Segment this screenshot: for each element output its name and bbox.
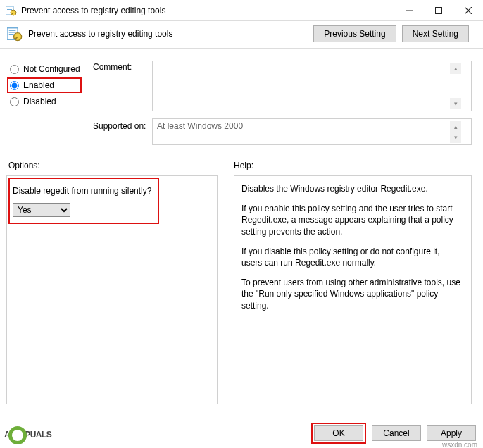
cancel-button[interactable]: Cancel — [372, 425, 421, 441]
options-panel: Disable regedit from running silently? Y… — [6, 175, 218, 404]
supported-label: Supported on: — [93, 121, 146, 131]
window-title: Prevent access to registry editing tools — [21, 6, 394, 15]
silent-option-label: Disable regedit from running silently? — [13, 186, 154, 196]
svg-rect-2 — [7, 9, 12, 10]
source-text: wsxdn.com — [442, 441, 477, 448]
header-strip: Prevent access to registry editing tools… — [0, 21, 483, 49]
radio-disabled[interactable]: Disabled — [8, 93, 82, 110]
scroll-down-icon[interactable]: ▾ — [450, 132, 461, 143]
policy-icon-large — [7, 26, 23, 42]
watermark-text: PUALS — [25, 430, 51, 440]
help-text: Disables the Windows registry editor Reg… — [242, 183, 461, 194]
scroll-up-icon[interactable]: ▴ — [450, 63, 461, 74]
options-section-label: Options: — [8, 161, 40, 170]
silent-option-select[interactable]: Yes — [13, 203, 70, 217]
supported-value: At least Windows 2000 — [157, 121, 243, 131]
policy-icon — [6, 5, 17, 16]
close-button[interactable] — [453, 0, 483, 20]
radio-disabled-label: Disabled — [23, 97, 56, 106]
radio-enabled[interactable]: Enabled — [7, 77, 82, 93]
radio-not-configured-input[interactable] — [10, 65, 19, 74]
scroll-down-icon[interactable]: ▾ — [450, 98, 461, 109]
help-text: To prevent users from using other admini… — [242, 277, 461, 311]
scroll-up-icon[interactable]: ▴ — [450, 121, 461, 132]
help-section-label: Help: — [234, 161, 253, 170]
radio-not-configured[interactable]: Not Configured — [8, 61, 82, 77]
help-text: If you disable this policy setting or do… — [242, 246, 461, 268]
logo-circle-icon — [8, 426, 27, 444]
radio-not-configured-label: Not Configured — [23, 64, 80, 74]
ok-highlight: OK — [311, 423, 366, 444]
watermark-logo: A PUALS — [4, 425, 51, 444]
radio-enabled-label: Enabled — [23, 80, 54, 90]
maximize-button[interactable] — [424, 0, 453, 20]
svg-point-4 — [11, 10, 16, 15]
ok-button[interactable]: OK — [314, 425, 363, 441]
svg-rect-6 — [436, 7, 442, 13]
help-text: If you enable this policy setting and th… — [242, 203, 461, 237]
comment-label: Comment: — [93, 62, 132, 72]
radio-disabled-input[interactable] — [10, 97, 19, 106]
minimize-button[interactable] — [394, 0, 424, 20]
radio-enabled-input[interactable] — [10, 81, 19, 90]
comment-textbox[interactable]: ▴ ▾ — [152, 61, 472, 111]
help-panel[interactable]: Disables the Windows registry editor Reg… — [234, 175, 472, 404]
svg-rect-1 — [7, 8, 12, 8]
apply-button[interactable]: Apply — [427, 425, 476, 441]
options-highlight: Disable regedit from running silently? Y… — [8, 178, 159, 224]
svg-rect-12 — [9, 34, 14, 35]
svg-rect-11 — [9, 32, 16, 32]
next-setting-button[interactable]: Next Setting — [402, 25, 469, 42]
titlebar: Prevent access to registry editing tools — [0, 0, 483, 21]
policy-title: Prevent access to registry editing tools — [28, 29, 172, 39]
svg-rect-10 — [9, 30, 16, 31]
svg-point-13 — [14, 33, 22, 41]
supported-textbox: At least Windows 2000 ▴ ▾ — [152, 118, 472, 145]
state-radio-group: Not Configured Enabled Disabled — [8, 61, 82, 110]
previous-setting-button[interactable]: Previous Setting — [313, 25, 396, 42]
svg-rect-3 — [7, 11, 11, 11]
